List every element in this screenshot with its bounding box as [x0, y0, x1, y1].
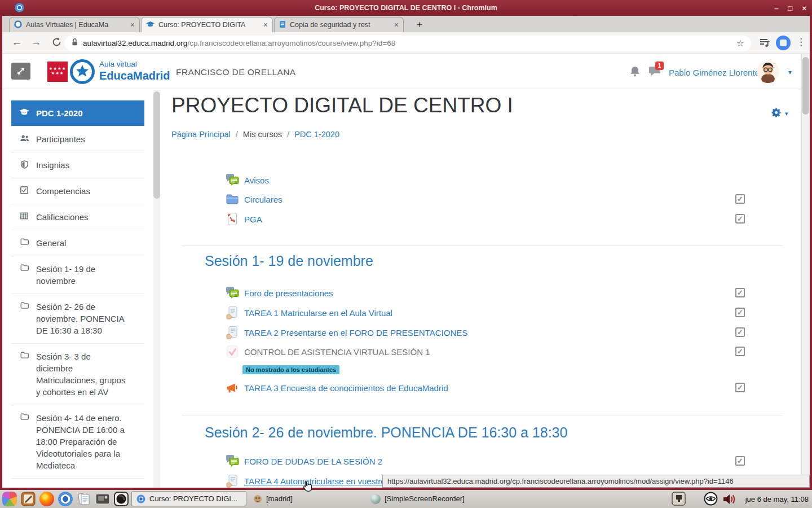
- folder-icon: [19, 351, 29, 398]
- taskbar-window-chromium[interactable]: Curso: PROYECTO DIGI...: [131, 491, 246, 506]
- browser-menu-icon[interactable]: ⋮: [796, 36, 806, 48]
- completion-checkbox[interactable]: ✓: [735, 288, 745, 297]
- forward-button[interactable]: →: [29, 36, 43, 49]
- check-square-icon: [19, 185, 29, 197]
- document-favicon: [279, 20, 286, 30]
- page-scrollbar[interactable]: [801, 54, 810, 488]
- course-item-link[interactable]: Avisos: [244, 176, 269, 185]
- course-item-tarea2[interactable]: TAREA 2 Presentarse en el FORO DE PRESEN…: [226, 326, 467, 339]
- course-item-tarea1[interactable]: TAREA 1 Matricularse en el Aula Virtual: [226, 306, 392, 319]
- assignment-icon: [226, 474, 239, 488]
- launcher-media-tool-icon[interactable]: [95, 491, 111, 507]
- launcher-chromium-icon[interactable]: [58, 491, 73, 507]
- taskbar-clock[interactable]: jue 6 de may, 11:08: [738, 490, 809, 508]
- table-icon: [19, 211, 29, 223]
- hidden-from-students-badge: No mostrado a los estudiantes: [242, 365, 339, 374]
- course-item-avisos[interactable]: Avisos: [226, 173, 269, 187]
- sidebar-item-insignias[interactable]: Insignias: [11, 152, 144, 178]
- completion-checkbox[interactable]: ✓: [735, 214, 745, 224]
- sidebar-item-course[interactable]: PDC 1-2020: [11, 100, 144, 126]
- shield-icon: [19, 159, 29, 171]
- tab-close-icon[interactable]: ×: [263, 20, 268, 29]
- forum-icon: [226, 454, 239, 468]
- drawer-scrollbar-thumb[interactable]: [153, 91, 160, 199]
- course-item-circulares[interactable]: Circulares: [226, 192, 283, 206]
- completion-checkbox[interactable]: ✓: [735, 347, 745, 356]
- taskbar-window-label: Curso: PROYECTO DIGI...: [149, 494, 237, 503]
- course-item-link[interactable]: PGA: [244, 214, 262, 224]
- tab-aulas-virtuales[interactable]: Aulas Virtuales | EducaMa ×: [9, 17, 140, 32]
- browser-profile-avatar[interactable]: [776, 36, 791, 50]
- maximize-button[interactable]: □: [788, 4, 793, 12]
- tab-close-icon[interactable]: ×: [130, 20, 135, 29]
- course-item-link[interactable]: TAREA 4 Automatricularse en vuestro: [244, 476, 386, 486]
- course-item-foro-dudas[interactable]: FORO DE DUDAS DE LA SESIÓN 2: [226, 454, 382, 468]
- educamadrid-logo-text[interactable]: Aula virtual EducaMadrid: [99, 60, 170, 81]
- assignment-icon: [226, 306, 239, 319]
- folder-icon: [19, 301, 29, 336]
- course-item-link[interactable]: CONTROL DE ASISTENCIA VIRTUAL SESIÓN 1: [244, 347, 430, 357]
- launcher-documents-icon[interactable]: [76, 491, 92, 507]
- address-bar[interactable]: aulavirtual32.educa.madrid.org/cp.franci…: [64, 36, 751, 51]
- status-bar-url: https://aulavirtual32.educa.madrid.org/c…: [382, 475, 810, 488]
- breadcrumb-home-link[interactable]: Página Principal: [171, 130, 231, 139]
- course-settings-menu[interactable]: ▾: [770, 107, 788, 121]
- launcher-app-icon[interactable]: [2, 491, 17, 507]
- course-item-link[interactable]: TAREA 3 Encuesta de conocimientos de Edu…: [244, 383, 448, 393]
- course-item-link[interactable]: TAREA 1 Matricularse en el Aula Virtual: [244, 308, 392, 318]
- completion-checkbox[interactable]: ✓: [735, 194, 745, 204]
- bookmark-star-icon[interactable]: ☆: [736, 38, 744, 49]
- tab-copia-seguridad[interactable]: Copia de seguridad y rest ×: [274, 17, 404, 32]
- taskbar-window-label: [SimpleScreenRecorder]: [385, 494, 465, 503]
- tab-curso-proyecto[interactable]: Curso: PROYECTO DIGITA ×: [141, 17, 273, 32]
- completion-checkbox[interactable]: ✓: [735, 308, 745, 317]
- reload-button[interactable]: [50, 37, 63, 50]
- tray-volume-icon[interactable]: [722, 492, 737, 508]
- breadcrumb: Página Principal / Mis cursos / PDC 1-20…: [171, 130, 339, 139]
- course-item-foro-presentaciones[interactable]: Foro de presentaciones: [226, 286, 333, 300]
- sidebar-item-general[interactable]: General: [11, 230, 144, 256]
- course-item-pga[interactable]: PGA: [226, 212, 262, 226]
- comunidad-madrid-logo[interactable]: ★★★★ ★★★: [47, 62, 68, 82]
- window-titlebar[interactable]: Curso: PROYECTO DIGITAL DE CENTRO I - Ch…: [0, 0, 812, 16]
- tab-close-icon[interactable]: ×: [394, 20, 399, 29]
- forum-icon: [226, 286, 239, 300]
- media-controls-icon[interactable]: [759, 38, 770, 50]
- page-scrollbar-thumb[interactable]: [802, 57, 809, 115]
- course-item-link[interactable]: TAREA 2 Presentarse en el FORO DE PRESEN…: [244, 328, 467, 338]
- sidebar-item-sesion1[interactable]: Sesión 1- 19 de noviembre: [11, 256, 144, 294]
- course-item-link[interactable]: Circulares: [244, 195, 283, 204]
- launcher-recorder-icon[interactable]: [113, 491, 129, 507]
- course-item-control-asistencia[interactable]: CONTROL DE ASISTENCIA VIRTUAL SESIÓN 1: [226, 345, 430, 358]
- completion-checkbox[interactable]: ✓: [735, 383, 745, 392]
- breadcrumb-course-link[interactable]: PDC 1-2020: [294, 130, 339, 139]
- course-item-link[interactable]: FORO DE DUDAS DE LA SESIÓN 2: [244, 457, 382, 466]
- fullscreen-toggle-button[interactable]: [11, 63, 30, 80]
- taskbar-window-screenrecorder[interactable]: [SimpleScreenRecorder]: [366, 491, 483, 506]
- completion-checkbox[interactable]: ✓: [735, 456, 745, 466]
- sidebar-item-competencias[interactable]: Competencias: [11, 178, 144, 204]
- desktop-taskbar[interactable]: Curso: PROYECTO DIGI... [madrid] [Simple…: [0, 490, 812, 508]
- launcher-notes-icon[interactable]: [20, 491, 36, 507]
- course-item-link[interactable]: Foro de presentaciones: [244, 288, 333, 298]
- sidebar-item-sesion3[interactable]: Sesión 3- 3 de diciembre Matriculaciones…: [11, 344, 144, 405]
- tray-eye-icon[interactable]: [704, 492, 718, 508]
- sidebar-item-sesion4[interactable]: Sesión 4- 14 de enero. PONENCIA DE 16:00…: [11, 405, 144, 479]
- browser-toolbar: ← → aulavirtual32.educa.madrid.org/cp.fr…: [2, 32, 810, 54]
- educamadrid-logo-icon[interactable]: [70, 59, 95, 86]
- user-avatar[interactable]: [757, 60, 779, 83]
- sidebar-item-sesion2[interactable]: Sesión 2- 26 de noviembre. PONENCIA DE 1…: [11, 294, 144, 344]
- close-button[interactable]: ×: [802, 4, 806, 12]
- new-tab-button[interactable]: +: [413, 18, 426, 32]
- back-button[interactable]: ←: [10, 36, 24, 49]
- notifications-bell-icon[interactable]: [629, 65, 641, 80]
- minimize-button[interactable]: –: [774, 4, 778, 12]
- course-item-tarea3[interactable]: TAREA 3 Encuesta de conocimientos de Edu…: [226, 381, 448, 395]
- user-menu-caret-icon[interactable]: ▾: [788, 68, 792, 76]
- launcher-firefox-icon[interactable]: [39, 491, 55, 507]
- tray-network-icon[interactable]: [672, 492, 686, 508]
- sidebar-item-calificaciones[interactable]: Calificaciones: [11, 204, 144, 230]
- sidebar-item-participantes[interactable]: Participantes: [11, 126, 144, 152]
- user-name[interactable]: Pablo Giménez Llorente: [669, 68, 760, 77]
- completion-checkbox[interactable]: ✓: [735, 327, 745, 337]
